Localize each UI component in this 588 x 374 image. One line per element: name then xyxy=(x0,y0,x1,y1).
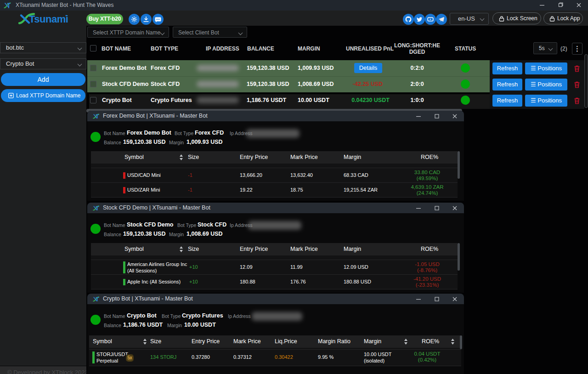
svg-text:Tsunami: Tsunami xyxy=(29,13,68,25)
